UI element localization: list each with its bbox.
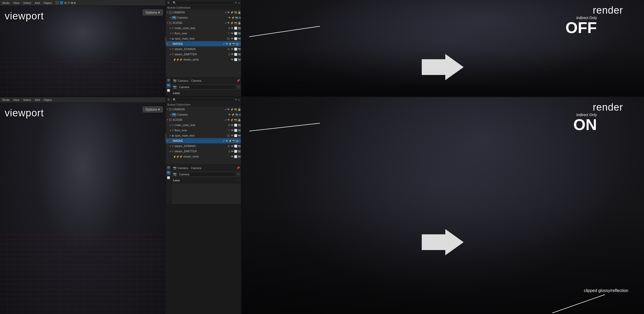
viewport-panel-top: Mode View Select Add Object ⬛ 🌐 ◉ ⊞ ▣ ▶ … <box>0 0 165 97</box>
render-label-top: render <box>593 5 623 16</box>
search-icon-b: 🔍 <box>173 98 176 101</box>
props-pin-icon-b[interactable]: 📌 <box>237 166 240 169</box>
props-icon-scene-b[interactable]: 🎬 <box>166 166 171 170</box>
icon-crate: ▽ <box>172 27 174 30</box>
render-bg-bottom: render <box>241 97 644 314</box>
arrow-steam-domain: ▸ <box>170 48 171 50</box>
tree-row-steam-domain[interactable]: ▸ ▽ steam_DOMAIN ⚙ 👁 ⬜ 📷 <box>166 46 241 52</box>
row-icons-floor: 👁 ⬜ 📷 <box>231 32 241 35</box>
label-floor: floor_new <box>175 32 228 35</box>
tree-row-camera-obj[interactable]: ▸ 📷 Camera 👁 ⚡ 📷 ⊞ <box>166 15 241 20</box>
viewport-label-top: viewport <box>5 10 44 22</box>
add-menu-b[interactable]: Add <box>34 98 41 102</box>
mode-menu[interactable]: Mode <box>1 1 11 5</box>
tree-row-smoke[interactable]: ▾ ⬛ SMOKE ✓ 👁 ⚡ 📷 ⬤ ~ <box>166 41 241 46</box>
label-camera-col-b: CAMERA <box>173 108 225 111</box>
props-breadcrumb-b-b: Camera <box>191 166 201 170</box>
viewport-toolbar-bottom: Mode View Select Add Object <box>0 97 165 103</box>
props-cam-icon-b: 📷 <box>173 166 177 170</box>
tree-row-camera-col-b[interactable]: ▾ ⬛ CAMERA ✓ 👁 ⚡ 📷 🔒 <box>166 107 241 112</box>
tree-row-spot-b[interactable]: ▸ ◉ spot_main_test ⬛ 👁 ⬜ 📷 <box>166 133 241 138</box>
domain-special: ⚙ <box>227 48 230 51</box>
tree-row-spot[interactable]: ▸ ◉ spot_main_test ⬛ 👁 ⬜ 📷 <box>166 36 241 41</box>
label-smoke-b: SMOKE <box>173 139 223 142</box>
icon-steam-wind: ⚡⚡⚡ <box>173 58 182 61</box>
camera-obj-special: ⊞ <box>239 16 241 19</box>
props-icon-scene[interactable]: 🎬 <box>166 78 171 83</box>
tree-row-scene-col-b[interactable]: ▾ ⬛ SCENE ✓ 👁 ⚡ 📷 🔒 <box>166 117 241 122</box>
props-breadcrumb-a-b: Camera <box>178 166 188 170</box>
emitter-special: 2 <box>228 53 230 56</box>
row-icons-crate: ⚙ 👁 ⬜ 📷 <box>228 27 241 30</box>
tree-row-steam-domain-b[interactable]: ▸ ▽ steam_DOMAIN ⚙ 👁 ⬜ 📷 <box>166 143 241 149</box>
mode-menu-b[interactable]: Mode <box>1 98 11 102</box>
tree-row-crate[interactable]: ▸ ▽ crate_cube_test ⚙ 👁 ⬜ 📷 <box>166 25 241 31</box>
arrow-spot: ▸ <box>170 37 171 40</box>
label-smoke: SMOKE <box>173 42 223 45</box>
tree-row-steam-wind-b[interactable]: ⚡⚡⚡ steam_wind 👁 ⬜ 📷 <box>166 154 241 159</box>
scene-collection-label-top: Scene Collection <box>166 6 241 10</box>
row-icons-spot: 👁 ⬜ 📷 <box>231 37 241 40</box>
panel-collapse-handle-top[interactable] <box>165 37 166 45</box>
outliner-filter2-icon[interactable]: ≡ <box>238 1 240 4</box>
render-panel-bottom: render Indirect Only ON clipped glossy/r… <box>241 97 644 314</box>
viewport-options-top[interactable]: Options ▾ <box>143 9 163 15</box>
label-camera-obj: Camera <box>177 16 228 19</box>
tree-row-camera-col[interactable]: ▾ ⬛ CAMERA ✓ 👁 ⚡ 📷 🔒 <box>166 10 241 15</box>
outliner-search-top[interactable] <box>176 1 232 4</box>
view-menu-b[interactable]: View <box>12 98 21 102</box>
object-menu-b[interactable]: Object <box>42 98 53 102</box>
label-spot: spot_main_test <box>175 37 227 40</box>
tree-row-floor-b[interactable]: ▸ ▽ floor_new ▽ 👁 ⬜ 📷 <box>166 128 241 133</box>
outliner-sort-icon[interactable]: ▾ <box>235 1 237 4</box>
icon-floor: ▽ <box>172 32 174 35</box>
icon-spot: ◉ <box>172 37 174 40</box>
props-name-input-top[interactable] <box>178 85 236 89</box>
outliner-filter-icon[interactable]: ⚙ <box>167 1 170 4</box>
outliner-search-bottom[interactable] <box>176 98 232 101</box>
render-label-bottom: render <box>593 102 623 113</box>
props-breadcrumb-a: Camera <box>178 79 188 82</box>
props-pin-icon[interactable]: 📌 <box>237 79 240 82</box>
select-menu[interactable]: Select <box>22 1 32 5</box>
outliner-filter-icon-b[interactable]: ⚙ <box>167 98 170 101</box>
tree-row-smoke-b[interactable]: ▾ ⬛ SMOKE ✓ 👁 ⚡ 📷 ⬤ ~ <box>166 138 241 143</box>
props-lens-section-b[interactable]: Lens ··· <box>171 177 241 183</box>
tree-row-steam-wind[interactable]: ⚡⚡⚡ steam_wind 👁 ⬜ 📷 <box>166 57 241 62</box>
icon-smoke: ⬛ <box>169 42 172 45</box>
panel-divider-vertical <box>241 0 242 314</box>
tree-row-steam-emitter-b[interactable]: ▸ ▽ steam_EMITTER 2 👁 ⬜ 📷 <box>166 149 241 154</box>
viewport-panel-bottom: Mode View Select Add Object viewport Opt… <box>0 97 165 314</box>
props-breadcrumb-b: Camera <box>191 79 201 82</box>
select-menu-b[interactable]: Select <box>22 98 32 102</box>
tree-row-camera-obj-b[interactable]: ▸ 📷 Camera 👁 ⚡ 📷 ⊞ <box>166 112 241 117</box>
props-icon-obj[interactable]: ⬜ <box>166 88 171 93</box>
arrow-camera-obj: ▸ <box>170 16 171 19</box>
props-icon-camera-active[interactable]: 📷 <box>166 83 171 88</box>
props-icon-camera-active-b[interactable]: 📷 <box>166 171 171 175</box>
tree-row-scene-col[interactable]: ▾ ⬛ SCENE ✓ 👁 ⚡ 📷 🔒 <box>166 20 241 25</box>
add-menu[interactable]: Add <box>34 1 41 5</box>
props-lens-dots-b: ··· <box>238 179 240 182</box>
viewport-options-bottom[interactable]: Options ▾ <box>143 106 163 112</box>
row-icons-steam-domain: 👁 ⬜ 📷 <box>231 48 241 51</box>
props-lens-section[interactable]: Lens ··· <box>171 90 241 96</box>
outliner-sort-icon-b[interactable]: ▾ <box>235 98 237 101</box>
tree-row-floor[interactable]: ▸ ▽ floor_new ▽ 👁 ⬜ 📷 <box>166 31 241 36</box>
panel-collapse-handle-bottom[interactable] <box>165 134 166 142</box>
props-shield-icon: 🛡 <box>237 85 240 88</box>
label-scene-col: SCENE <box>173 21 225 24</box>
props-icon-obj-b[interactable]: ⬜ <box>166 176 171 180</box>
props-name-input-bottom[interactable] <box>178 172 236 177</box>
tree-row-steam-emitter[interactable]: ▸ ▽ steam_EMITTER 2 👁 ⬜ 📷 <box>166 52 241 57</box>
render-panel-top: render Indirect Only OFF <box>241 0 644 97</box>
label-camera-col: CAMERA <box>173 11 225 14</box>
object-menu[interactable]: Object <box>42 1 53 5</box>
row-icons-steam-emitter: 👁 ⬜ 📷 <box>231 53 241 56</box>
label-spot-b: spot_main_test <box>175 134 227 137</box>
view-menu[interactable]: View <box>12 1 21 5</box>
tree-row-crate-b[interactable]: ▸ ▽ crate_cube_test ⚙ 👁 ⬜ 📷 <box>166 122 241 128</box>
props-lens-label: Lens <box>173 91 180 95</box>
props-panel-top: 🎬 📷 ⬜ 📷 Camera › Camera 📌 📷 🛡 Lens ··· <box>165 77 241 97</box>
outliner-filter2-icon-b[interactable]: ≡ <box>238 98 240 101</box>
